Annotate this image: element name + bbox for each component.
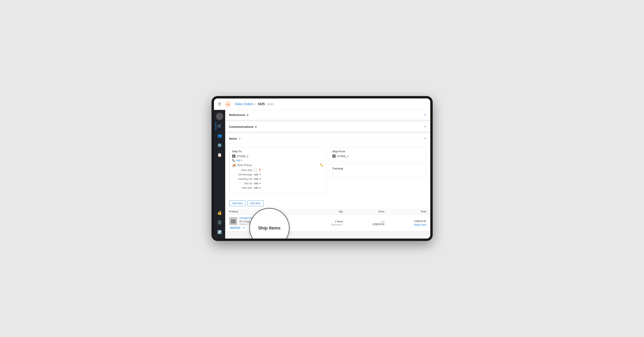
- qty-reserved: 1: [342, 224, 343, 226]
- sidebar-item-gear[interactable]: ⚙️: [216, 141, 224, 149]
- sidebar: 🛒 👥 ⚙️ 📋 💰 🗄️ ↗️: [214, 110, 225, 239]
- store-to-icon: ■: [232, 155, 236, 158]
- price-cell: List US$150.00: [347, 215, 388, 232]
- sidebar-item-database[interactable]: 🗄️: [216, 218, 224, 227]
- edit-pickup-icon[interactable]: ✏️: [320, 163, 323, 167]
- qty-cell: 1 Piece Reserved 1: [307, 215, 347, 232]
- hotwax-logo: HW: [224, 100, 232, 108]
- references-section: References ▶ −: [225, 110, 430, 120]
- product-details: 43194821411069 90's Baggy Fit jeans Medi…: [239, 217, 261, 225]
- avatar-icon: [216, 113, 223, 120]
- breadcrumb-order-id: 1625: [258, 102, 265, 106]
- allow-split-value: ❓: [254, 169, 261, 172]
- product-id[interactable]: 43194821411069: [239, 217, 261, 220]
- ship-to-add[interactable]: 📞 Add +: [232, 159, 323, 162]
- tracking-value: -: [332, 171, 423, 174]
- ship-to-store: STORE_1: [237, 155, 248, 158]
- communications-section: Communications ▶ −: [225, 122, 430, 132]
- col-product: Product: [225, 209, 307, 215]
- items-title: Items ▼: [229, 137, 241, 140]
- ship-by-label: Ship By: [232, 182, 252, 185]
- table-header: Product Qty Price Total: [225, 209, 430, 215]
- items-section: Items ▼ − Ship To ■: [225, 134, 430, 232]
- communications-toggle[interactable]: −: [424, 125, 426, 129]
- references-toggle[interactable]: −: [424, 113, 426, 117]
- table-row: 43194821411069 90's Baggy Fit jeans Medi…: [225, 215, 430, 232]
- product-cell: 43194821411069 90's Baggy Fit jeans Medi…: [225, 215, 307, 232]
- device-frame: ☰ HW Sales Orders / 1625 10080: [212, 96, 433, 241]
- tracking-label: Tracking: [332, 167, 423, 170]
- ship-grid: Ship To ■ STORE_1 📞 Add + 🚚: [229, 147, 426, 194]
- status-badge: Approved: [229, 226, 241, 229]
- product-name: 90's Baggy Fit jeans: [239, 220, 261, 223]
- ship-to-title: Ship To: [232, 150, 323, 153]
- truck-icon: 🚚: [232, 163, 236, 167]
- handling-inst-row: Handling Inst Add +: [232, 178, 323, 180]
- price-label: List: [351, 220, 384, 223]
- breadcrumb-order-num: 10080: [266, 103, 274, 106]
- active-bar: [216, 122, 216, 130]
- history-icon[interactable]: ↺: [243, 226, 245, 229]
- references-header[interactable]: References ▶ −: [225, 110, 430, 120]
- add-item-button[interactable]: Add Item: [229, 200, 246, 206]
- edit-item-button[interactable]: Edit Item: [247, 200, 264, 206]
- qty-reserved-row: Reserved 1: [311, 224, 343, 226]
- col-qty: Qty: [307, 209, 347, 215]
- gift-message-value[interactable]: Add +: [254, 173, 261, 176]
- product-info: 43194821411069 90's Baggy Fit jeans Medi…: [229, 217, 303, 225]
- total-value: US$150.00: [392, 220, 426, 223]
- top-bar: ☰ HW Sales Orders / 1625 10080: [214, 98, 430, 110]
- sidebar-item-inventory[interactable]: 📋: [216, 151, 224, 159]
- allow-split-checkbox[interactable]: [254, 169, 257, 172]
- store-from-icon: ■: [332, 155, 336, 158]
- sidebar-item-profile[interactable]: [216, 112, 224, 120]
- references-title: References ▶: [229, 113, 249, 117]
- ship-from-store-row: ■ STORE_1: [332, 155, 423, 158]
- items-arrow: ▼: [239, 137, 241, 140]
- handling-inst-label: Handling Inst: [232, 178, 252, 180]
- allow-split-label: Allow Split: [232, 169, 252, 172]
- ship-to-panel: Ship To ■ STORE_1 📞 Add + 🚚: [229, 147, 326, 194]
- detail-grid: Allow Split ❓ Gift Message: [232, 169, 323, 189]
- sidebar-item-export[interactable]: ↗️: [216, 228, 224, 236]
- communications-title: Communications ▶: [229, 125, 257, 128]
- items-content: Ship To ■ STORE_1 📞 Add + 🚚: [225, 144, 430, 200]
- content-area: References ▶ − Communications ▶ −: [225, 110, 430, 239]
- qty-piece: 1 Piece: [311, 220, 343, 223]
- handling-inst-value[interactable]: Add +: [254, 178, 261, 180]
- screen: ☰ HW Sales Orders / 1625 10080: [214, 98, 430, 239]
- ship-after-row: Ship After Add +: [232, 186, 323, 189]
- logo-area: HW: [224, 100, 232, 108]
- table-body: 43194821411069 90's Baggy Fit jeans Medi…: [225, 215, 430, 232]
- sidebar-item-customers[interactable]: 👥: [216, 132, 224, 140]
- allow-split-row: Allow Split ❓: [232, 169, 323, 172]
- gift-message-label: Gift Message: [232, 173, 252, 176]
- pickup-method: Store Pickup: [237, 164, 252, 167]
- communications-arrow: ▶: [255, 125, 257, 128]
- references-arrow: ▶: [247, 113, 249, 116]
- reject-item-button[interactable]: Reject Item: [392, 224, 426, 226]
- breadcrumb-section[interactable]: Sales Orders: [235, 102, 254, 106]
- menu-icon[interactable]: ☰: [218, 102, 221, 106]
- sidebar-item-orders[interactable]: 🛒: [216, 122, 224, 130]
- ship-right-col: Ship From ■ STORE_1 Tracking -: [329, 147, 426, 194]
- product-variant: Medium / Black: [239, 223, 261, 225]
- ship-by-value[interactable]: Add +: [254, 182, 261, 185]
- items-table: Product Qty Price Total: [225, 209, 430, 232]
- breadcrumb-separator: /: [255, 102, 256, 106]
- total-cell: US$150.00 Reject Item: [388, 215, 430, 232]
- items-toggle[interactable]: −: [424, 136, 426, 141]
- ship-from-store: STORE_1: [337, 155, 349, 158]
- main-layout: 🛒 👥 ⚙️ 📋 💰 🗄️ ↗️ References ▶: [214, 110, 430, 239]
- communications-header[interactable]: Communications ▶ −: [225, 122, 430, 132]
- col-price: Price: [347, 209, 388, 215]
- product-image: [229, 217, 237, 225]
- price-value: US$150.00: [351, 223, 384, 226]
- ship-after-value[interactable]: Add +: [254, 186, 261, 189]
- gift-message-row: Gift Message Add +: [232, 173, 323, 176]
- sidebar-item-finance[interactable]: 💰: [216, 209, 224, 217]
- items-header[interactable]: Items ▼ −: [225, 134, 430, 144]
- pickup-row: 🚚 Store Pickup ✏️: [232, 163, 323, 167]
- help-icon[interactable]: ❓: [258, 169, 261, 172]
- status-row: Approved ↺: [229, 226, 303, 229]
